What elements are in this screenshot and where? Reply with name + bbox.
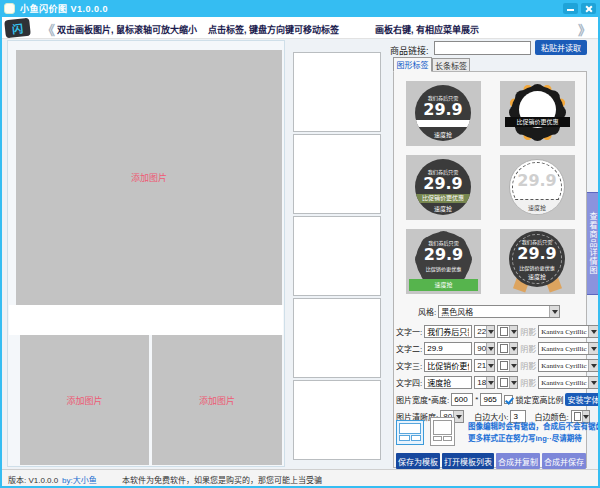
text2-size-value: 90 [477, 344, 486, 353]
text4-font-select[interactable]: Kantiva Cyrillic [538, 376, 599, 389]
text3-font-value: Kantiva Cyrillic [541, 362, 586, 370]
text1-shadow-label: 阴影 [520, 326, 536, 337]
text3-color-select[interactable] [497, 359, 518, 372]
chevron-down-icon[interactable] [486, 360, 494, 371]
save-template-button[interactable]: 保存为模板 [396, 453, 440, 469]
text-row-2: 文字二: 90 阴影 Kantiva Cyrillic [396, 342, 599, 355]
text3-size-select[interactable]: 21 [474, 359, 495, 372]
text1-input[interactable] [424, 325, 472, 338]
text4-input[interactable] [424, 376, 472, 389]
layout-option-1[interactable] [396, 420, 424, 445]
text3-font-select[interactable]: Kantiva Cyrillic [538, 359, 599, 372]
status-bar: 版本: V1.0.0.0 by:大小鱼 本软件为免费软件，如果您是购买的，那您可… [0, 469, 600, 486]
badge-style-6[interactable]: 我们券后只需 29.9 比促销价更优惠 速度抢 [500, 229, 575, 294]
canvas-sub-image-slot-2[interactable]: 添加图片 [152, 335, 282, 465]
template-preview-3[interactable] [293, 216, 381, 296]
badge-price-text: 29.9 [416, 247, 471, 264]
image-width-input[interactable] [451, 393, 473, 406]
text3-input[interactable] [424, 359, 472, 372]
text-row-4: 文字四: 18 阴影 Kantiva Cyrillic [396, 376, 599, 389]
text4-font-value: Kantiva Cyrillic [541, 379, 586, 387]
text2-color-select[interactable] [497, 342, 518, 355]
template-preview-5[interactable] [293, 380, 381, 460]
image-height-input[interactable] [480, 393, 502, 406]
author-link[interactable]: by:大小鱼 [62, 474, 97, 485]
window-title: 小鱼闪价图 V1.0.0.0 [20, 2, 108, 15]
text1-color-select[interactable] [497, 325, 518, 338]
badge-style-4[interactable]: 29.9 速度抢 [500, 155, 575, 220]
style-value: 黑色风格 [441, 306, 473, 317]
app-icon [4, 3, 15, 14]
chevron-down-icon[interactable] [588, 343, 598, 354]
chevron-down-icon[interactable] [486, 343, 494, 354]
chevron-down-icon[interactable] [588, 360, 598, 371]
open-template-list-button[interactable]: 打开模板列表 [442, 453, 494, 469]
text3-shadow-label: 阴影 [520, 360, 536, 371]
text2-input[interactable] [424, 342, 472, 355]
style-select[interactable]: 黑色风格 [438, 305, 560, 318]
chevron-down-icon[interactable] [509, 377, 517, 388]
chevron-down-icon[interactable] [486, 377, 494, 388]
compose-save-button[interactable]: 合成并保存 [542, 453, 586, 469]
install-font-button[interactable]: 安装字体 [565, 393, 600, 406]
note-line-1: 图像编辑时会有锯齿，合成后不会有锯齿 [468, 420, 588, 431]
canvas-main-image-slot[interactable]: 添加图片 [16, 50, 282, 305]
product-link-input[interactable] [434, 41, 531, 55]
template-preview-4[interactable] [293, 298, 381, 378]
badge-price-text: 29.9 [510, 173, 564, 190]
tip-canvas-zoom: 双击画板图片, 鼠标滚轴可放大缩小 [57, 23, 197, 36]
close-button[interactable] [581, 3, 596, 14]
canvas-sub-image-slot-1[interactable]: 添加图片 [20, 335, 149, 465]
text2-font-select[interactable]: Kantiva Cyrillic [538, 342, 599, 355]
layout-big-rect [399, 423, 421, 434]
chevron-right-icon: 》 [578, 20, 591, 39]
compose-copy-button[interactable]: 合成并复制 [496, 453, 540, 469]
text1-size-value: 22 [477, 327, 486, 336]
chevron-down-icon[interactable] [509, 326, 517, 337]
badge-green-ribbon: 速度抢 [409, 279, 478, 291]
layout-option-2[interactable] [430, 417, 455, 446]
app-window: 小鱼闪价图 V1.0.0.0 闪 《 双击画板图片, 鼠标滚轴可放大缩小 点击标… [0, 0, 600, 488]
badge-4-circle: 29.9 速度抢 [509, 159, 565, 215]
chevron-down-icon[interactable] [509, 360, 517, 371]
tab-strip-label[interactable]: 长条标签 [432, 58, 470, 72]
template-preview-2[interactable] [293, 134, 381, 214]
chevron-down-icon[interactable] [549, 306, 559, 317]
badge-3-circle: 我们券后只需 29.9 比促销价更优惠 速度抢 [415, 159, 471, 215]
image-size-label: 图片宽度*高度: [396, 394, 449, 405]
text-row-1: 文字一: 22 阴影 Kantiva Cyrillic [396, 325, 599, 338]
graphic-label-tab-panel: 我们券后只需 29.9 速度抢 比促销价 [393, 71, 587, 468]
text1-size-select[interactable]: 22 [474, 325, 495, 338]
badge-middle-text: 比促销价更优惠 [420, 264, 467, 272]
minimize-button[interactable] [563, 3, 578, 14]
tip-label-move: 点击标签, 键盘方向键可移动标签 [208, 23, 339, 36]
template-preview-1[interactable] [293, 52, 381, 132]
badge-style-3[interactable]: 我们券后只需 29.9 比促销价更优惠 速度抢 [406, 155, 481, 220]
badge-top-text: 我们券后只需 [513, 238, 561, 246]
text1-font-select[interactable]: Kantiva Cyrillic [538, 325, 599, 338]
badge-price-text: 29.9 [415, 176, 471, 193]
badge-top-text: 我们券后只需 [420, 239, 467, 247]
chevron-down-icon[interactable] [486, 326, 494, 337]
text2-size-select[interactable]: 90 [474, 342, 495, 355]
badge-price-text: 29.9 [415, 102, 471, 119]
chevron-down-icon[interactable] [588, 377, 598, 388]
lock-ratio-checkbox[interactable] [504, 395, 513, 404]
text1-font-value: Kantiva Cyrillic [541, 328, 586, 336]
style-label: 风格: [418, 306, 436, 317]
badge-style-2[interactable]: 比促销价更优惠 [500, 81, 575, 146]
text3-size-value: 21 [477, 361, 486, 370]
badge-bottom-text: 速度抢 [415, 204, 471, 213]
badge-6-circle: 我们券后只需 29.9 比促销价更优惠 速度抢 [509, 231, 565, 287]
product-detail-side-tab[interactable]: 查看商品详情图 [585, 192, 599, 295]
paste-and-read-button[interactable]: 粘贴并读取 [535, 40, 587, 55]
text4-size-select[interactable]: 18 [474, 376, 495, 389]
badge-style-5[interactable]: 我们券后只需 29.9 比促销价更优惠 速度抢 [406, 229, 481, 294]
badge-bottom-text: 速度抢 [415, 130, 471, 139]
text3-label: 文字三: [396, 360, 422, 371]
tab-graphic-label[interactable]: 图形标签 [393, 57, 432, 72]
chevron-down-icon[interactable] [509, 343, 517, 354]
badge-style-1[interactable]: 我们券后只需 29.9 速度抢 [406, 81, 481, 146]
text4-color-select[interactable] [497, 376, 518, 389]
chevron-down-icon[interactable] [588, 326, 598, 337]
